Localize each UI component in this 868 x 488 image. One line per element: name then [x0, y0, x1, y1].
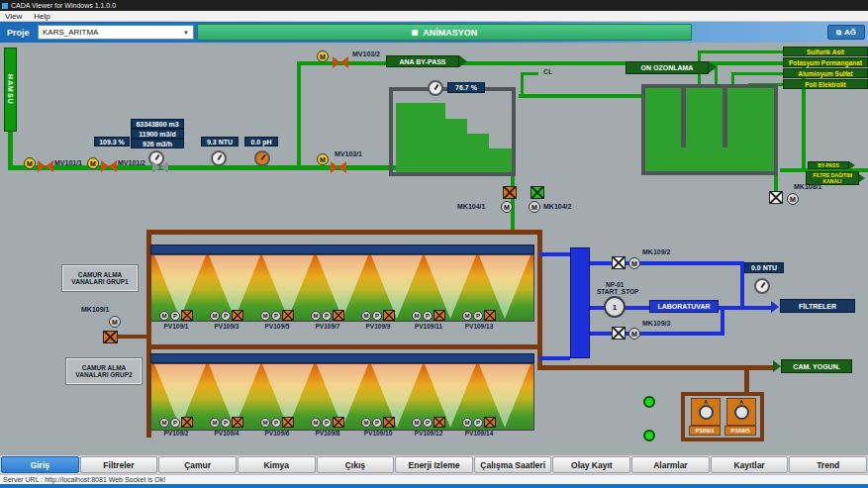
valve-icon: [232, 310, 243, 321]
valve-label: PV109/13: [465, 323, 494, 330]
mk109-2-motor[interactable]: M: [628, 257, 640, 269]
valve-icon: [181, 417, 193, 428]
project-label: Proje: [7, 28, 30, 38]
valve-pv109-2[interactable]: MP PV109/2: [151, 417, 201, 437]
tab-olay-kayit[interactable]: Olay Kayıt: [552, 456, 630, 473]
turbidity-gauge-icon: [211, 150, 227, 166]
valve-icon: [484, 310, 496, 321]
ntu-out-indicator: 0.0 NTU: [744, 262, 784, 273]
mk104-1-valve-icon[interactable]: [503, 186, 517, 199]
bypass-out-arrow-icon: [849, 161, 855, 169]
valve-pv109-9[interactable]: MP PV109/9: [353, 310, 403, 330]
valve-pv109-6[interactable]: MP PV109/6: [252, 417, 302, 437]
ph-gauge-icon: [254, 150, 270, 166]
laboratuvar-button[interactable]: LABORATUVAR: [649, 300, 719, 313]
bypass-riser-pipe: [297, 63, 301, 166]
mk108-1-motor[interactable]: M: [787, 193, 799, 205]
tab-enerji-izleme[interactable]: Enerji Izleme: [395, 456, 473, 473]
pump-indicator: P: [423, 418, 433, 428]
valve-pv109-5[interactable]: MP PV109/5: [252, 310, 302, 330]
pump-indicator: P: [473, 418, 483, 428]
tab-alarmlar[interactable]: Alarmlar: [631, 456, 710, 473]
mk109-2-valve-icon[interactable]: [612, 256, 626, 269]
mk108-1-label: MK108/1: [794, 183, 821, 190]
pump-indicator: P: [322, 418, 332, 428]
menu-view[interactable]: View: [5, 12, 22, 21]
filtre-dagitim-arrow-icon: [859, 174, 865, 182]
valve-pv109-4[interactable]: MP PV109/4: [202, 417, 251, 437]
valve-pv109-8[interactable]: MP PV109/8: [303, 417, 352, 437]
valve-label: PV109/3: [215, 323, 240, 330]
tab-kimya[interactable]: Kimya: [238, 456, 316, 473]
tab-calisma-saatleri[interactable]: Çalışma Saatleri: [474, 456, 552, 473]
valve-pv109-1[interactable]: MP PV109/1: [151, 310, 201, 330]
tab-camur[interactable]: Çamur: [158, 456, 237, 473]
menu-help[interactable]: Help: [34, 12, 49, 21]
pump-p109-5[interactable]: A: [726, 398, 756, 426]
mk108-1-valve-icon[interactable]: [769, 191, 783, 204]
network-button[interactable]: ⧉ AĞ: [827, 25, 865, 40]
network-button-label: AĞ: [844, 28, 856, 37]
valve-pv109-3[interactable]: MP PV109/3: [202, 310, 251, 330]
np01-pump[interactable]: 1: [604, 296, 626, 318]
mk109-1-motor[interactable]: M: [109, 316, 121, 328]
valve-label: PV109/4: [215, 430, 240, 437]
mk104-2-label: MK104/2: [543, 203, 571, 210]
tab-kayitlar[interactable]: Kayıtlar: [711, 456, 789, 473]
cam-yogun-button[interactable]: CAM. YOGUN.: [781, 359, 852, 373]
valve-label: PV109/9: [366, 323, 391, 330]
tab-giris[interactable]: Giriş: [1, 456, 79, 473]
mv101-2-valve-icon[interactable]: [101, 160, 117, 172]
chem-feed-pipe-3: [731, 72, 783, 75]
mk109-3-motor[interactable]: M: [628, 328, 640, 340]
motor-indicator: M: [412, 311, 422, 321]
motor-indicator: M: [412, 418, 422, 428]
ana-bypass-label: ANA BY-PASS: [386, 55, 459, 67]
mv103-2-label: MV103/2: [352, 50, 380, 57]
valve-label: PV109/5: [265, 323, 290, 330]
mv103-1-motor[interactable]: M: [317, 153, 329, 165]
tab-trend[interactable]: Trend: [789, 456, 867, 473]
mv103-2-valve-icon[interactable]: [333, 56, 348, 68]
cascade-step-3: [489, 148, 512, 172]
inline-valve-icon[interactable]: [152, 161, 168, 173]
mk109-3-valve-icon[interactable]: [612, 327, 626, 340]
valve-pv109-14[interactable]: MP PV109/14: [454, 417, 504, 437]
valve-label: PV109/2: [164, 430, 189, 437]
pump-p109-1[interactable]: A: [691, 398, 721, 426]
mk104-1-label: MK104/1: [457, 203, 485, 210]
valve-icon: [282, 310, 294, 321]
chemical-label-aluminyum: Aluminyum Sulfat: [783, 68, 868, 78]
motor-indicator: M: [462, 311, 472, 321]
toolbar: Proje KARS_ARITMA ▼ ▦ ANİMASYON ⧉ AĞ: [0, 22, 868, 43]
mv103-2-motor[interactable]: M: [317, 50, 329, 62]
flow-hourly-indicator: 926 m3/h: [131, 139, 184, 148]
mv101-1-motor[interactable]: M: [24, 157, 36, 169]
valve-pv109-7[interactable]: MP PV109/7: [303, 310, 352, 330]
ana-bypass-arrow-icon: [459, 55, 467, 67]
valve-label: PV109/12: [415, 430, 443, 437]
level-gauge-icon: [428, 80, 443, 96]
title-bar[interactable]: CADA Viewer for Windows 1.1.0.0: [0, 0, 868, 11]
mk104-2-motor[interactable]: M: [529, 201, 540, 213]
mv101-2-motor[interactable]: M: [87, 157, 99, 169]
mk109-1-valve-icon[interactable]: [103, 331, 118, 343]
mk104-1-motor[interactable]: M: [501, 201, 513, 213]
tank-connect-pipe: [519, 94, 641, 98]
valve-pv109-11[interactable]: MP PV109/11: [404, 310, 453, 330]
sludge-out-pipe: [537, 365, 749, 370]
tab-filtreler[interactable]: Filtreler: [80, 456, 158, 473]
valve-icon: [383, 310, 395, 321]
filtreler-button[interactable]: FİLTRELER: [780, 299, 855, 313]
valve-pv109-12[interactable]: MP PV109/12: [404, 417, 453, 437]
mv103-1-label: MV103/1: [335, 150, 362, 157]
mv103-1-valve-icon[interactable]: [331, 161, 346, 173]
status-lamp-2: [643, 430, 655, 441]
tab-cikis[interactable]: Çıkış: [317, 456, 395, 473]
animation-button[interactable]: ▦ ANİMASYON: [197, 24, 692, 41]
mv101-1-valve-icon[interactable]: [38, 160, 53, 172]
mk104-2-valve-icon[interactable]: [530, 186, 544, 199]
project-select[interactable]: KARS_ARITMA ▼: [38, 25, 194, 40]
valve-pv109-13[interactable]: MP PV109/13: [454, 310, 504, 330]
valve-pv109-10[interactable]: MP PV109/10: [353, 417, 403, 437]
